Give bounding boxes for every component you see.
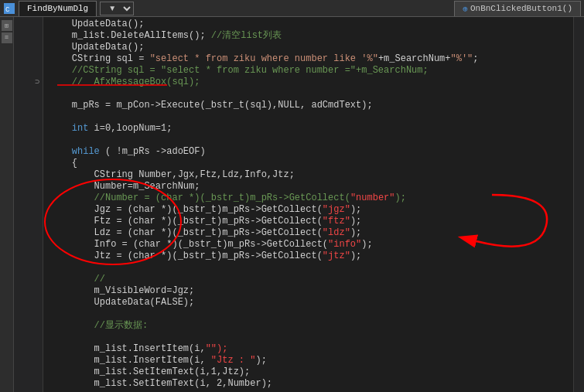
code-line: CString Number,Jgx,Ftz,Ldz,Info,Jtz; — [50, 169, 567, 181]
code-line: Number=m_SearchNum; — [50, 181, 567, 193]
svg-text:C: C — [5, 6, 10, 14]
code-line: Ldz = (char *)(_bstr_t)m_pRs->GetCollect… — [50, 227, 567, 239]
code-line — [50, 135, 567, 146]
main-layout: ⊞ ≡ ⊃ — [0, 17, 584, 392]
code-line: while ( !m_pRs ->adoEOF) — [50, 146, 567, 158]
left-sidebar: ⊞ ≡ — [0, 17, 14, 392]
tab-container: FindByNumDlg ▼ ⊕ OnBnClickedButton1() — [19, 1, 581, 16]
sidebar-icon-1[interactable]: ⊞ — [2, 20, 12, 31]
code-line: // — [50, 274, 567, 285]
code-line: m_list.DeleteAllItems(); //清空list列表 — [50, 30, 567, 42]
code-line: m_list.InsertItem(i,""); — [50, 343, 567, 355]
code-line: Jtz = (char *)(_bstr_t)m_pRs->GetCollect… — [50, 251, 567, 262]
code-line: //显示数据: — [50, 320, 567, 332]
tab-dropdown[interactable]: ▼ — [100, 2, 134, 15]
code-line: Ftz = (char *)(_bstr_t)m_pRs->GetCollect… — [50, 216, 567, 227]
sidebar-icon-2[interactable]: ≡ — [2, 32, 12, 43]
code-line: m_pRs = m_pCon->Execute(_bstr_t(sql),NUL… — [50, 100, 567, 111]
code-line: m_list.InsertItem(i, "Jtz : "); — [50, 355, 567, 366]
app-icon: C — [3, 2, 15, 15]
tab-right-icon: ⊕ — [463, 4, 468, 14]
code-line: // AfxMessageBox(sql); — [50, 77, 567, 88]
title-bar: C FindByNumDlg ▼ ⊕ OnBnClickedButton1() — [0, 0, 584, 17]
code-line: UpdateData(FALSE); — [50, 297, 567, 308]
tab-onbnclickedbutton[interactable]: ⊕ OnBnClickedButton1() — [454, 1, 581, 16]
code-line: //Number = (char *)(_bstr_t)m_pRs->GetCo… — [50, 193, 567, 204]
code-line: m_VisibleWord=Jgz; — [50, 285, 567, 297]
code-line: UpdateData(); — [50, 19, 567, 30]
code-line: m_list.SetItemText(i, 2,Number); — [50, 378, 567, 390]
code-line: Jgz = (char *)(_bstr_t)m_pRs->GetCollect… — [50, 204, 567, 216]
code-line: int i=0,loopNum=1; — [50, 123, 567, 135]
code-line: //CString sql = "select * from ziku wher… — [50, 65, 567, 77]
right-sidebar — [573, 17, 584, 392]
code-area[interactable]: UpdateData(); m_list.DeleteAllItems(); /… — [43, 17, 573, 392]
code-line: UpdateData(); — [50, 42, 567, 53]
code-line: CString sql = "select * from ziku where … — [50, 53, 567, 65]
code-line: { — [50, 158, 567, 169]
code-line — [50, 111, 567, 123]
code-line — [50, 262, 567, 274]
tab-findbynumdlg[interactable]: FindByNumDlg — [19, 1, 97, 16]
line-numbers: ⊃ — [14, 17, 43, 392]
code-line — [50, 332, 567, 343]
code-line — [50, 88, 567, 100]
code-line: m_list.SetItemText(i,1,Jtz); — [50, 366, 567, 378]
code-line: Info = (char *)(_bstr_t)m_pRs->GetCollec… — [50, 239, 567, 251]
code-line — [50, 308, 567, 320]
